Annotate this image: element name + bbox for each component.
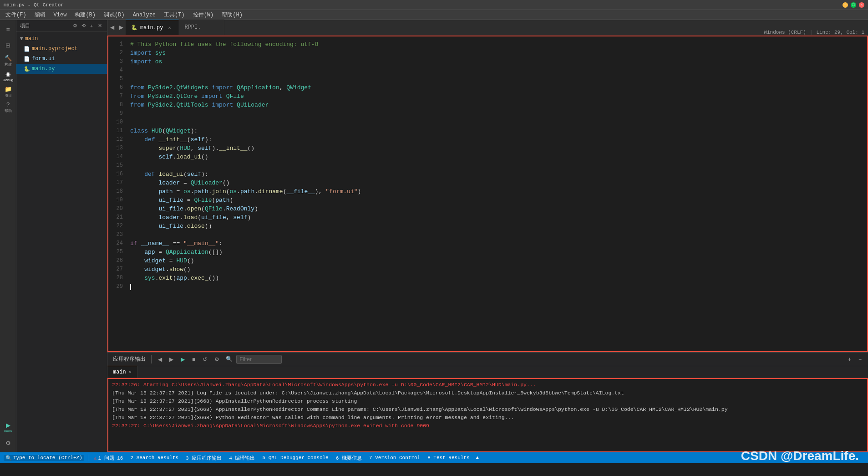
tree-item-pyproject[interactable]: 📄 main.pyproject <box>16 44 107 54</box>
maximize-button[interactable]: □ <box>851 2 856 8</box>
panel-filter-input[interactable] <box>236 355 282 364</box>
status-info[interactable]: 6 概要信息 <box>334 455 364 461</box>
panel-run-btn[interactable]: ▶ <box>178 354 188 364</box>
menu-tools[interactable]: 工具(T) <box>160 10 188 20</box>
mainpy-filename: main.py <box>32 66 55 72</box>
activity-run-icon[interactable]: ▶ main <box>0 420 16 435</box>
activity-projects-icon[interactable]: 📁 项目 <box>0 84 16 99</box>
tab-file-icon: 🐍 <box>131 25 137 31</box>
menu-view[interactable]: View <box>50 11 71 19</box>
sidebar-sync-btn[interactable]: ⟲ <box>80 22 87 30</box>
app-title: main.py - Qt Creator <box>4 2 64 8</box>
panel-tab-close[interactable]: ✕ <box>129 369 132 375</box>
ln-19: 19 <box>108 196 123 205</box>
ln-7: 7 <box>108 92 123 101</box>
sidebar-add-btn[interactable]: + <box>88 22 95 30</box>
sidebar-filter-btn[interactable]: ⚙ <box>71 22 79 30</box>
activity-bar: ≡ ⊞ 🔨 构建 ◉ Debug 📁 项目 ? 帮助 ▶ <box>0 20 16 452</box>
menu-edit[interactable]: 编辑 <box>31 10 49 20</box>
status-compile[interactable]: 4 编译输出 <box>227 455 257 461</box>
ln-8: 8 <box>108 101 123 109</box>
tree-item-formui[interactable]: 📄 form.ui <box>16 54 107 64</box>
output-line-3: [Thu Mar 18 22:37:27 2021]{3668} AppInst… <box>112 397 863 405</box>
code-content[interactable]: # This Python file uses the following en… <box>127 36 867 351</box>
ln-26: 26 <box>108 256 123 265</box>
panel-close-btn[interactable]: − <box>856 354 864 364</box>
editor-status-right: Windows (CRLF) | Line: 29, Col: 1 <box>760 30 868 35</box>
panel-settings-btn[interactable]: ⚙ <box>212 354 222 364</box>
status-output[interactable]: 3 应用程序输出 <box>184 455 223 461</box>
search-results-label: 2 Search Results <box>130 455 178 461</box>
tab-nav-forward[interactable]: ▶ <box>117 20 126 35</box>
sidebar: 项目 ⚙ ⟲ + ✕ ▼ main 📄 main.pyproject 📄 for… <box>16 20 107 452</box>
main-layout: ≡ ⊞ 🔨 构建 ◉ Debug 📁 项目 ? 帮助 ▶ <box>0 20 868 452</box>
ln-25: 25 <box>108 248 123 256</box>
menu-controls[interactable]: 控件(W) <box>189 10 218 20</box>
title-bar: main.py - Qt Creator ─ □ ✕ <box>0 0 868 10</box>
ln-27: 27 <box>108 265 123 274</box>
minimize-button[interactable]: ─ <box>843 2 848 8</box>
activity-help-icon[interactable]: ? 帮助 <box>0 99 16 115</box>
menu-help[interactable]: 帮助(H) <box>218 10 246 20</box>
menu-analyze[interactable]: Analyze <box>129 11 159 19</box>
file-icon: 📄 <box>24 46 30 52</box>
tab-rppi-label: RPPI. <box>184 24 201 31</box>
editor-position: Line: 29, Col: 1 <box>816 30 864 35</box>
status-problems[interactable]: ⚠ 1 问题 16 <box>92 455 125 461</box>
panel-nav-forward[interactable]: ▶ <box>167 354 176 364</box>
build-label: 构建 <box>5 62 12 67</box>
panel-stop-btn[interactable]: ■ <box>189 354 198 364</box>
tab-rppi[interactable]: RPPI. <box>179 20 224 35</box>
output-line-6: 22:37:27: C:\Users\Jianwei.zhang\AppData… <box>112 422 863 430</box>
output-area: 22:37:26: Starting C:\Users\Jianwei.zhan… <box>107 378 868 452</box>
status-qml-debug[interactable]: 5 QML Debugger Console <box>261 455 330 461</box>
sidebar-actions: ⚙ ⟲ + ✕ <box>71 22 103 30</box>
menu-debug[interactable]: 调试(D) <box>100 10 128 20</box>
output-line-1: 22:37:26: Starting C:\Users\Jianwei.zhan… <box>112 381 863 389</box>
close-button[interactable]: ✕ <box>859 2 864 8</box>
line-numbers: 1 2 3 4 5 6 7 8 9 10 11 12 13 14 15 16 1… <box>108 36 127 351</box>
status-search-results[interactable]: 2 Search Results <box>128 455 180 461</box>
sidebar-close-btn[interactable]: ✕ <box>96 22 103 30</box>
tab-mainpy-close[interactable]: ✕ <box>166 24 173 31</box>
menu-build[interactable]: 构建(B) <box>71 10 99 20</box>
tree-item-mainpy[interactable]: 🐍 main.py <box>16 64 107 74</box>
panel-tab-main[interactable]: main ✕ <box>107 366 137 378</box>
activity-build-icon[interactable]: 🔨 构建 <box>0 53 16 68</box>
activity-project-icon[interactable]: ⊞ <box>0 37 16 53</box>
status-test[interactable]: 8 Test Results <box>426 455 471 461</box>
folder-name: main <box>25 36 38 42</box>
panel-tabs: main ✕ <box>107 366 868 378</box>
ln-28: 28 <box>108 274 123 282</box>
ln-14: 14 <box>108 153 123 161</box>
activity-debug-icon[interactable]: ◉ Debug <box>0 68 16 84</box>
activity-settings-icon[interactable]: ⚙ <box>0 435 16 450</box>
tree-item-main-folder[interactable]: ▼ main <box>16 34 107 44</box>
sidebar-header: 项目 ⚙ ⟲ + ✕ <box>16 20 107 32</box>
qml-debug-label: 5 QML Debugger Console <box>263 455 329 461</box>
ln-22: 22 <box>108 222 123 230</box>
menu-bar: 文件(F) 编辑 View 构建(B) 调试(D) Analyze 工具(T) … <box>0 10 868 20</box>
status-vc[interactable]: 7 Version Control <box>367 455 422 461</box>
folder-icon: ▼ <box>20 36 23 41</box>
ln-17: 17 <box>108 179 123 187</box>
formui-filename: form.ui <box>32 56 55 62</box>
ln-9: 9 <box>108 109 123 118</box>
window-controls[interactable]: ─ □ ✕ <box>843 2 864 8</box>
compile-label: 4 编译输出 <box>229 455 255 461</box>
tab-mainpy[interactable]: 🐍 main.py ✕ <box>126 20 179 35</box>
output-label: 3 应用程序输出 <box>186 455 222 461</box>
status-search-label: Type to locate (Ctrl+Z) <box>13 455 82 461</box>
ln-18: 18 <box>108 187 123 196</box>
code-editor[interactable]: 1 2 3 4 5 6 7 8 9 10 11 12 13 14 15 16 1… <box>107 36 868 352</box>
panel-nav-back[interactable]: ◀ <box>155 354 165 364</box>
activity-menu-icon[interactable]: ≡ <box>0 22 16 37</box>
ln-13: 13 <box>108 144 123 153</box>
panel-restart-btn[interactable]: ↺ <box>200 354 210 364</box>
status-search-area[interactable]: 🔍 Type to locate (Ctrl+Z) <box>4 455 84 461</box>
panel-add-btn[interactable]: + <box>845 354 854 364</box>
menu-file[interactable]: 文件(F) <box>2 10 30 20</box>
tab-nav-back[interactable]: ◀ <box>107 20 117 35</box>
test-label: 8 Test Results <box>427 455 469 461</box>
warning-icon: ⚠ <box>94 455 97 461</box>
